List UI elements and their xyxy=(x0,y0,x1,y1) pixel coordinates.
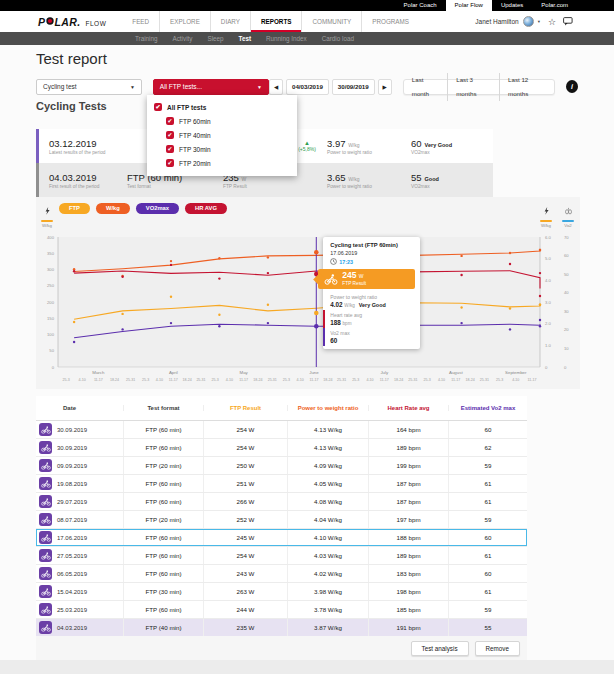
main-nav-item-programs[interactable]: PROGRAMS xyxy=(361,11,419,32)
table-header-cell[interactable]: FTP Result xyxy=(203,405,287,411)
dropdown-option-ftp-20min[interactable]: ✔ FTP 20min xyxy=(147,156,297,170)
table-header-cell[interactable]: Test format xyxy=(123,405,203,411)
date-preset-last-3-months[interactable]: Last 3 months xyxy=(447,73,499,101)
row-ftp-result: 254 W xyxy=(203,421,287,438)
table-row[interactable]: 19.08.2019 FTP (60 min) 251 W 4.05 W/kg … xyxy=(36,475,527,493)
cycling-badge xyxy=(39,423,52,436)
tooltip-ptw-section: Power to weight ratio 4.02 W/kgVery Good xyxy=(323,292,420,310)
dropdown-option-label: FTP 20min xyxy=(179,160,211,167)
subnav-item-activity[interactable]: Activity xyxy=(173,32,193,45)
top-site-tab-updates[interactable]: Updates xyxy=(492,0,532,11)
svg-text:25-31: 25-31 xyxy=(337,378,346,382)
top-site-tab-polar-coach[interactable]: Polar Coach xyxy=(395,0,446,11)
checkbox-checked-icon[interactable]: ✔ xyxy=(166,159,174,167)
subnav-item-training[interactable]: Training xyxy=(135,32,158,45)
row-date: 06.05.2019 xyxy=(57,571,87,577)
main-nav-item-community[interactable]: COMMUNITY xyxy=(301,11,361,32)
row-vo2max: 61 xyxy=(448,583,527,600)
user-name[interactable]: Janet Hamilton xyxy=(475,18,518,25)
table-row[interactable]: 06.05.2019 FTP (60 min) 243 W 4.02 W/kg … xyxy=(36,565,527,583)
subnav-item-test[interactable]: Test xyxy=(239,32,251,45)
table-row[interactable]: 30.09.2019 FTP (60 min) 254 W 4.13 W/kg … xyxy=(36,439,527,457)
row-heart-rate: 198 bpm xyxy=(368,583,448,600)
summary-caption: Latest results of the period xyxy=(49,150,127,155)
main-nav-item-explore[interactable]: EXPLORE xyxy=(159,11,210,32)
table-row[interactable]: 08.07.2019 FTP (20 min) 252 W 4.04 W/kg … xyxy=(36,511,527,529)
end-date-input[interactable]: 30/09/2019 xyxy=(332,79,375,95)
row-heart-rate: 188 bpm xyxy=(368,529,448,546)
previous-period-button[interactable]: ◀ xyxy=(269,79,283,95)
subnav-item-running-index[interactable]: Running Index xyxy=(266,32,307,45)
logo-letter-p: P xyxy=(38,16,45,28)
table-row[interactable]: 04.03.2019 FTP (40 min) 235 W 3.87 W/kg … xyxy=(36,619,527,637)
table-row[interactable]: 30.09.2019 FTP (60 min) 254 W 4.13 W/kg … xyxy=(36,421,527,439)
svg-text:25-3: 25-3 xyxy=(496,378,503,382)
dropdown-option-ftp-30min[interactable]: ✔ FTP 30min xyxy=(147,142,297,156)
info-icon[interactable]: i xyxy=(566,80,578,93)
chevron-down-icon[interactable]: ▾ xyxy=(538,19,540,24)
top-site-tab-polar-com[interactable]: Polar.com xyxy=(532,0,577,11)
remove-button[interactable]: Remove xyxy=(475,641,520,656)
legend-pill-w-kg[interactable]: W/kg xyxy=(96,203,130,214)
svg-text:4-10: 4-10 xyxy=(156,378,163,382)
cyclist-icon xyxy=(41,480,51,488)
dropdown-option-ftp-40min[interactable]: ✔ FTP 40min xyxy=(147,128,297,142)
table-header-cell[interactable]: Estimated Vo2 max xyxy=(448,405,527,411)
dropdown-option-ftp-60min[interactable]: ✔ FTP 60min xyxy=(147,114,297,128)
svg-text:3.0: 3.0 xyxy=(545,300,551,305)
table-row[interactable]: 09.09.2019 FTP (20 min) 250 W 4.09 W/kg … xyxy=(36,457,527,475)
date-preset-last-month[interactable]: Last month xyxy=(404,73,447,101)
table-header-cell[interactable]: Heart Rate avg xyxy=(368,405,448,411)
chart-legend: FTPW/kgVO2maxHR AVG xyxy=(59,203,233,214)
svg-text:4-10: 4-10 xyxy=(366,378,373,382)
svg-text:0: 0 xyxy=(52,365,55,370)
row-power-to-weight: 4.10 W/kg xyxy=(287,529,368,546)
avatar[interactable] xyxy=(523,16,534,27)
summary-date-block: 04.03.2019 First result of the period xyxy=(39,172,127,189)
table-header-cell[interactable]: Date xyxy=(36,405,123,411)
top-site-tab-polar-flow[interactable]: Polar Flow xyxy=(446,0,492,11)
checkbox-checked-icon[interactable]: ✔ xyxy=(166,117,174,125)
date-preset-last-12-months[interactable]: Last 12 months xyxy=(499,73,554,101)
chevron-down-icon: ▼ xyxy=(257,84,262,90)
main-nav-item-reports[interactable]: REPORTS xyxy=(250,11,301,32)
table-row[interactable]: 25.03.2019 FTP (60 min) 244 W 3.78 W/kg … xyxy=(36,601,527,619)
legend-pill-ftp[interactable]: FTP xyxy=(59,203,90,214)
table-header-cell[interactable]: Power to weight ratio xyxy=(287,405,368,411)
dropdown-option-all[interactable]: ✔ All FTP tests xyxy=(147,100,297,114)
subnav-item-cardio-load[interactable]: Cardio load xyxy=(322,32,354,45)
next-period-button[interactable]: ▶ xyxy=(378,79,392,95)
test-analysis-button[interactable]: Test analysis xyxy=(411,641,469,656)
polar-logo[interactable]: P LAR. FLOW xyxy=(38,16,106,28)
tooltip-vo2-label: Vo2 max xyxy=(330,330,413,336)
top-site-bar: Polar CoachPolar FlowUpdatesPolar.com xyxy=(0,0,614,11)
results-chart[interactable]: 4003503002502001501005006.05.04.03.02.01… xyxy=(36,217,580,389)
row-power-to-weight: 4.04 W/kg xyxy=(287,511,368,528)
row-date: 27.05.2019 xyxy=(57,553,87,559)
row-vo2max: 60 xyxy=(448,565,527,582)
feedback-chat-icon[interactable] xyxy=(563,17,573,26)
test-filter-select[interactable]: All FTP tests... ▼ xyxy=(153,79,269,95)
sport-select-value: Cycling test xyxy=(43,83,77,90)
svg-text:50: 50 xyxy=(49,348,54,353)
checkbox-checked-icon[interactable]: ✔ xyxy=(166,131,174,139)
table-row[interactable]: 29.07.2019 FTP (60 min) 266 W 4.08 W/kg … xyxy=(36,493,527,511)
main-nav-item-diary[interactable]: DIARY xyxy=(210,11,250,32)
start-date-input[interactable]: 04/03/2019 xyxy=(286,79,329,95)
summary-format-caption: Test format xyxy=(127,184,219,189)
legend-pill-hr-avg[interactable]: HR AVG xyxy=(185,203,227,214)
favorites-star-icon[interactable]: ☆ xyxy=(548,17,556,27)
table-row[interactable]: 15.04.2019 FTP (30 min) 263 W 3.98 W/kg … xyxy=(36,583,527,601)
main-nav-item-feed[interactable]: FEED xyxy=(122,11,159,32)
svg-text:11-17: 11-17 xyxy=(239,378,248,382)
row-ftp-result: 252 W xyxy=(203,511,287,528)
subnav-item-sleep[interactable]: Sleep xyxy=(207,32,223,45)
checkbox-checked-icon[interactable]: ✔ xyxy=(154,103,162,111)
table-row[interactable]: 17.06.2019 FTP (60 min) 245 W 4.10 W/kg … xyxy=(36,529,527,547)
logo-letters-lar: LAR. xyxy=(54,16,80,28)
table-row[interactable]: 27.05.2019 FTP (60 min) 254 W 4.03 W/kg … xyxy=(36,547,527,565)
sport-select[interactable]: Cycling test ▼ xyxy=(36,79,142,95)
row-test-format: FTP (20 min) xyxy=(123,457,203,474)
checkbox-checked-icon[interactable]: ✔ xyxy=(166,145,174,153)
legend-pill-vo2max[interactable]: VO2max xyxy=(136,203,179,214)
